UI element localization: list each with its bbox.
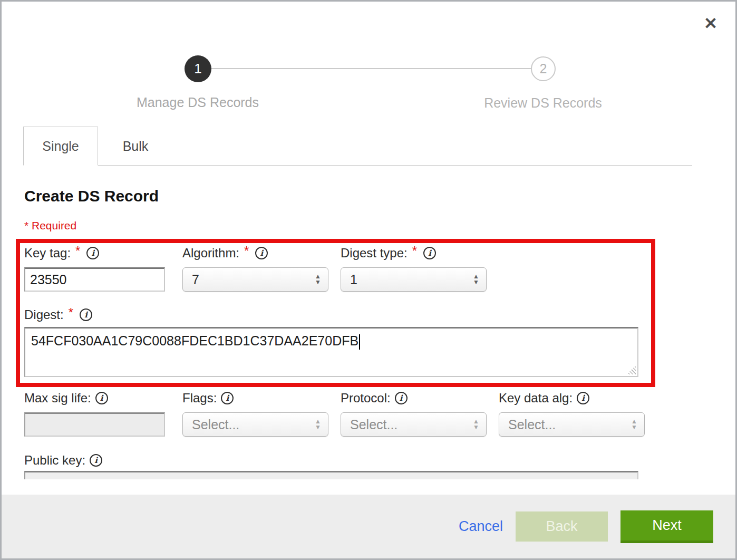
step-2-label: Review DS Records (484, 95, 602, 111)
flags-select[interactable]: Select... ▲▼ (182, 412, 328, 437)
info-icon[interactable]: i (86, 247, 99, 259)
wizard-stepper: 1 2 Manage DS Records Review DS Records (2, 2, 735, 127)
chevron-up-down-icon: ▲▼ (473, 419, 479, 430)
public-key-label: Public key: (24, 453, 85, 468)
protocol-label: Protocol: (341, 391, 391, 405)
mode-tabs: Single Bulk (23, 127, 692, 166)
text-caret (359, 334, 360, 350)
info-icon[interactable]: i (395, 392, 408, 404)
key-data-alg-select[interactable]: Select... ▲▼ (499, 412, 645, 437)
max-sig-life-input[interactable] (24, 412, 165, 437)
digest-value: 54FCF030AA1C79C0088FDEC1BD1C37DAA2E70DFB (31, 333, 358, 348)
back-button[interactable]: Back (516, 511, 608, 542)
protocol-select-value: Select... (350, 417, 473, 432)
required-asterisk: * (244, 244, 249, 258)
modal-footer: Cancel Back Next (2, 495, 735, 558)
digest-label: Digest: (24, 307, 64, 322)
public-key-textarea[interactable] (24, 471, 638, 479)
info-icon[interactable]: i (255, 247, 268, 259)
info-icon[interactable]: i (577, 392, 589, 404)
cancel-link[interactable]: Cancel (459, 518, 503, 535)
digest-type-label: Digest type: (341, 246, 408, 260)
info-icon[interactable]: i (95, 392, 108, 404)
field-public-key: Public key: i (24, 453, 735, 479)
algorithm-select[interactable]: 7 ▲▼ (182, 267, 328, 292)
digest-type-select[interactable]: 1 ▲▼ (341, 267, 487, 292)
chevron-up-down-icon: ▲▼ (315, 419, 321, 430)
max-sig-life-label: Max sig life: (24, 391, 91, 405)
field-algorithm: Algorithm: * i 7 ▲▼ (182, 246, 328, 292)
protocol-select[interactable]: Select... ▲▼ (341, 412, 487, 437)
page-title: Create DS Record (24, 187, 735, 205)
field-max-sig-life: Max sig life: i (24, 391, 165, 437)
flags-label: Flags: (182, 391, 217, 405)
step-2-indicator: 2 (531, 56, 556, 81)
next-button[interactable]: Next (620, 510, 713, 543)
info-icon[interactable]: i (221, 392, 234, 404)
field-digest-type: Digest type: * i 1 ▲▼ (341, 246, 487, 292)
field-flags: Flags: i Select... ▲▼ (182, 391, 328, 437)
required-asterisk: * (412, 244, 417, 258)
form-row-1: Key tag: * i Algorithm: * i 7 (24, 246, 735, 292)
stepper-connector-line (210, 68, 532, 69)
form-row-2: Max sig life: i Flags: i Select... ▲▼ (24, 391, 735, 437)
digest-type-select-value: 1 (350, 272, 473, 287)
info-icon[interactable]: i (90, 454, 102, 467)
algorithm-label: Algorithm: (182, 246, 239, 260)
required-note: * Required (24, 219, 735, 232)
step-1-indicator: 1 (185, 55, 211, 82)
field-digest: Digest: * i 54FCF030AA1C79C0088FDEC1BD1C… (24, 307, 735, 377)
info-icon[interactable]: i (80, 308, 92, 321)
chevron-up-down-icon: ▲▼ (315, 274, 321, 285)
info-icon[interactable]: i (423, 247, 436, 259)
chevron-up-down-icon: ▲▼ (473, 274, 479, 285)
key-tag-label: Key tag: (24, 246, 71, 260)
field-key-tag: Key tag: * i (24, 246, 165, 292)
required-asterisk: * (75, 244, 80, 258)
flags-select-value: Select... (192, 417, 315, 432)
field-key-data-alg: Key data alg: i Select... ▲▼ (499, 391, 645, 437)
chevron-up-down-icon: ▲▼ (631, 419, 637, 430)
required-asterisk: * (69, 305, 73, 320)
tab-single[interactable]: Single (23, 127, 98, 166)
key-data-alg-select-value: Select... (508, 417, 631, 432)
digest-textarea[interactable]: 54FCF030AA1C79C0088FDEC1BD1C37DAA2E70DFB (24, 327, 638, 377)
key-data-alg-label: Key data alg: (499, 391, 573, 405)
create-ds-record-modal: ✕ 1 2 Manage DS Records Review DS Record… (0, 0, 737, 560)
key-tag-input[interactable] (24, 267, 165, 292)
resize-handle-icon[interactable] (627, 365, 636, 374)
tab-bulk[interactable]: Bulk (98, 127, 173, 166)
step-1-label: Manage DS Records (137, 95, 259, 110)
algorithm-select-value: 7 (192, 272, 315, 287)
field-protocol: Protocol: i Select... ▲▼ (341, 391, 487, 437)
